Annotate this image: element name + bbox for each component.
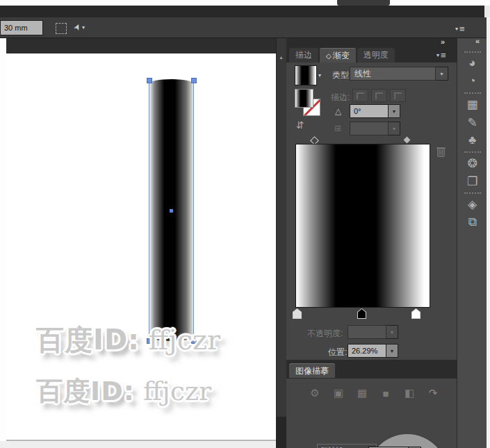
selection-edge-left[interactable]: [149, 81, 149, 340]
aspect-ratio-icon: ⊞: [334, 124, 341, 133]
chevron-down-icon: ▼: [392, 126, 397, 131]
type-label: 类型:: [332, 69, 351, 81]
panel-tab-row: 描边 ◇ 渐变 透明度 ▾ ≡: [286, 47, 457, 63]
position-input[interactable]: 26.29%: [348, 344, 386, 358]
gradient-swatch-thumbnail[interactable]: [295, 65, 317, 85]
gradient-stop-right[interactable]: [411, 308, 420, 319]
swatches-panel-icon[interactable]: ▦: [457, 95, 487, 113]
position-dropdown-arrow[interactable]: ▼: [386, 344, 398, 358]
dock-expand-icon[interactable]: «: [475, 37, 480, 45]
opacity-label: 不透明度:: [307, 328, 343, 340]
angle-input[interactable]: 0°: [350, 104, 389, 118]
menu-lines-icon: ≡: [441, 50, 446, 60]
aspect-dropdown-arrow: ▼: [389, 122, 400, 135]
gradient-stop-left[interactable]: [293, 308, 302, 319]
color-panel-icon[interactable]: ◕: [457, 54, 487, 72]
control-bar: 30 mm ➤ ▾ ▾ ≡: [0, 17, 490, 38]
menu-lines-icon: ≡: [459, 24, 465, 34]
dock-group-handle[interactable]: [464, 192, 481, 194]
top-edge-strip: [0, 0, 490, 6]
angle-dropdown-arrow[interactable]: ▼: [389, 104, 400, 118]
stroke-within-button[interactable]: [352, 89, 368, 102]
scrollbar-bottom-block: [277, 417, 287, 448]
chevron-down-icon: ▼: [439, 72, 444, 76]
panel-dock: « ◕ ◔ ▦ ✎ ♣ ❂ ❐ ◈ ⧉: [457, 38, 487, 448]
image-trace-body: ⚙ ▣ ▦ ■ ◧ ↷ 预设: [默认] 视图: 描摹结果 26.29%: [286, 379, 457, 448]
vertical-scrollbar[interactable]: ▲: [276, 38, 286, 448]
tab-transparency-label: 透明度: [364, 49, 389, 61]
tab-image-trace[interactable]: 图像描摹: [289, 363, 335, 378]
dock-group-handle[interactable]: [464, 92, 481, 94]
window-right-edge: [487, 17, 490, 448]
trace-redo-icon: ↷: [423, 387, 443, 399]
cursor-highlight-circle: [367, 434, 448, 448]
trace-icon-row: ⚙ ▣ ▦ ■ ◧ ↷: [304, 387, 443, 399]
panel-collapse-icon[interactable]: »: [441, 38, 445, 46]
chevron-down-icon: ▼: [392, 109, 397, 114]
watermark-en: ffjczr: [140, 324, 220, 356]
pasteboard-dark-band: [6, 38, 276, 53]
selection-edge-right[interactable]: [193, 81, 194, 340]
select-similar-button[interactable]: ➤ ▾: [74, 22, 85, 32]
free-transform-icon[interactable]: [56, 23, 67, 34]
gradient-stop-middle-selected[interactable]: [357, 308, 366, 319]
tab-stroke-label: 描边: [295, 49, 312, 61]
preset-value: [默认]: [321, 445, 343, 448]
trace-filled-icon: ■: [375, 388, 396, 399]
tab-stroke[interactable]: 描边: [289, 48, 318, 63]
selection-handle-top-right[interactable]: [191, 78, 197, 83]
stroke-along-button[interactable]: [371, 89, 387, 102]
type-dropdown-arrow[interactable]: ▼: [436, 67, 448, 81]
watermark-line-1: 百度ID: ffjczr: [36, 321, 220, 359]
tab-transparency[interactable]: 透明度: [357, 48, 395, 63]
tab-image-trace-label: 图像描摹: [295, 365, 329, 377]
size-input-value: 30 mm: [4, 24, 28, 32]
position-value: 26.29%: [352, 347, 377, 355]
panel-header: »: [286, 38, 457, 47]
trace-grid-icon: ▦: [352, 387, 373, 399]
control-bar-menu-button[interactable]: ▾ ≡: [455, 24, 465, 34]
trace-half-icon: ◧: [399, 387, 420, 399]
trace-camera-icon: ▣: [328, 387, 349, 399]
gradient-fill-swatch[interactable]: [295, 89, 313, 108]
delete-stop-icon[interactable]: [436, 146, 446, 157]
angle-value: 0°: [354, 107, 361, 115]
stroke-style-buttons: [352, 89, 406, 102]
layers-panel-icon[interactable]: ◈: [457, 195, 487, 213]
aspect-ratio-input: [350, 122, 389, 135]
brushes-panel-icon[interactable]: ✎: [457, 113, 487, 131]
opacity-input: [348, 325, 386, 339]
chevron-down-icon: ▼: [390, 330, 395, 335]
stroke-across-button[interactable]: [390, 89, 406, 102]
partial-window-control: [337, 0, 390, 6]
selection-center-point[interactable]: [170, 209, 173, 213]
artboards-panel-icon[interactable]: ⧉: [457, 213, 487, 231]
panel-menu-button[interactable]: ▾ ≡: [436, 50, 446, 60]
stroke-label: 描边:: [331, 92, 350, 103]
watermark-line-2: 百度ID: ffjczr: [36, 374, 211, 409]
watermark-en: ffjczr: [135, 376, 211, 406]
size-input[interactable]: 30 mm: [0, 20, 43, 35]
symbols-panel-icon[interactable]: ♣: [457, 131, 487, 149]
selection-handle-top-left[interactable]: [147, 78, 152, 83]
gradient-midpoint-2[interactable]: [404, 137, 411, 144]
gradient-swatch-dropdown-icon[interactable]: ▾: [318, 72, 321, 78]
chevron-down-icon: ▼: [390, 349, 395, 354]
tab-gradient[interactable]: ◇ 渐变: [320, 48, 356, 63]
scroll-up-arrow-icon[interactable]: ▲: [279, 55, 284, 60]
title-bar: [0, 6, 484, 17]
dock-group-handle[interactable]: [464, 51, 481, 53]
gradient-slider-preview[interactable]: [295, 144, 430, 308]
dock-group-handle[interactable]: [464, 151, 481, 153]
type-dropdown-value: 线性: [354, 68, 371, 80]
graphic-styles-panel-icon[interactable]: ❐: [457, 172, 487, 190]
trace-settings-icon: ⚙: [304, 387, 325, 399]
cursor-icon: ➤: [72, 22, 83, 32]
appearance-panel-icon[interactable]: ❂: [457, 154, 487, 172]
tab-gradient-label: 渐变: [333, 50, 350, 62]
reverse-gradient-icon[interactable]: ⇵: [296, 119, 304, 131]
gradient-panel-body: ▾ 类型: 线性 ▼ 描边: △ 0°: [286, 63, 457, 360]
watermark-cn: 百度ID:: [36, 324, 140, 356]
color-guide-panel-icon[interactable]: ◔: [457, 72, 487, 90]
type-dropdown[interactable]: 线性: [350, 67, 436, 81]
